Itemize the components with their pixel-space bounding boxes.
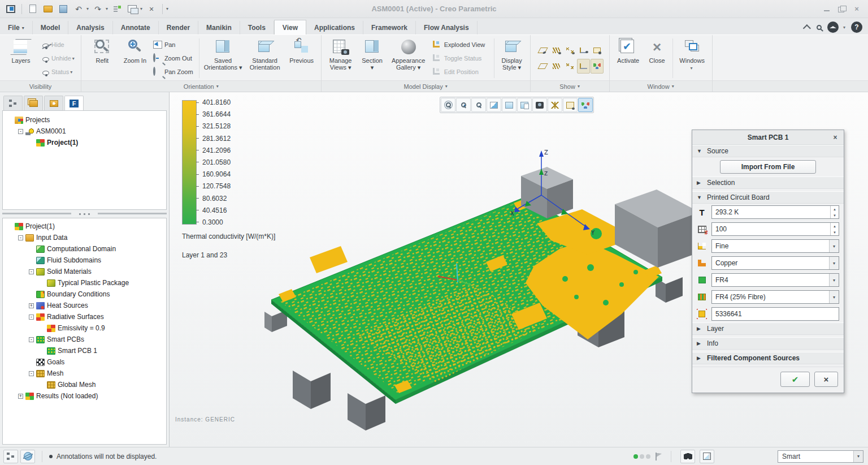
manage-views-button[interactable]: Manage Views ▾ — [325, 37, 357, 80]
mesh-density-dropdown[interactable]: Fine ▾ — [711, 239, 839, 253]
cell-count-field[interactable]: 100 ▲▼ — [711, 222, 839, 236]
show-toggle-button[interactable] — [536, 59, 549, 74]
selection-section-header[interactable]: ▶ Selection — [692, 176, 844, 189]
show-toggle-button[interactable] — [563, 43, 576, 58]
exploded-view-button[interactable]: Exploded View — [431, 39, 490, 50]
show-toggle-button[interactable] — [550, 43, 563, 58]
folder-browser-tab[interactable] — [24, 96, 43, 110]
show-toggle-button[interactable] — [563, 59, 576, 74]
show-toggle-button[interactable] — [591, 59, 604, 74]
tree-item[interactable]: Project(1) — [3, 221, 166, 232]
selection-filter-dropdown[interactable]: Smart ▾ — [778, 450, 863, 463]
ribbon-tab[interactable]: Applications — [306, 21, 363, 35]
layers-button[interactable]: Layers — [3, 37, 38, 80]
tree-expander[interactable]: + — [29, 303, 34, 308]
refit-button[interactable]: Refit — [85, 37, 120, 80]
tree-item[interactable]: Projects — [3, 114, 166, 126]
dropdown-arrow-icon[interactable]: ▾ — [829, 274, 839, 286]
show-toggle-button[interactable] — [577, 43, 590, 58]
unhide-button[interactable]: Unhide▾ — [41, 53, 76, 64]
import-from-file-button[interactable]: Import From File — [720, 160, 816, 174]
pan-button[interactable]: Pan — [151, 39, 195, 50]
unhide-dropdown[interactable]: ▾ — [72, 56, 75, 61]
tree-item[interactable]: Boundary Conditions — [3, 289, 166, 300]
tree-item[interactable]: + Heat Sources — [3, 300, 166, 311]
dialog-header[interactable]: Smart PCB 1 × — [692, 130, 844, 145]
saved-orientations-button[interactable]: Saved Orientations ▾ — [202, 37, 244, 80]
ribbon-tab[interactable]: Tools — [240, 21, 274, 35]
model-tree-tab[interactable] — [3, 96, 23, 110]
appearance-gallery-button[interactable]: Appearance Gallery ▾ — [388, 37, 429, 80]
tree-item[interactable]: - Radiative Surfaces — [3, 311, 166, 322]
conductor-material-dropdown[interactable]: Copper ▾ — [711, 256, 839, 270]
flow-analysis-tab[interactable]: F — [64, 96, 84, 110]
cell-count-value[interactable]: 100 — [712, 225, 830, 233]
status-button[interactable]: Status▾ — [41, 66, 76, 78]
ribbon-tab[interactable]: Model — [33, 21, 69, 35]
dropdown-arrow-icon[interactable]: ▾ — [829, 257, 839, 269]
seed-field[interactable]: 5336641 — [711, 307, 839, 321]
graphics-toolbar-button[interactable] — [487, 98, 501, 112]
cell-count-spinner[interactable]: ▲▼ — [830, 223, 839, 235]
ribbon-tab[interactable]: Flow Analysis — [416, 21, 478, 35]
help-button[interactable]: ? — [851, 21, 862, 33]
temperature-value[interactable]: 293.2 K — [712, 208, 830, 216]
tree-item[interactable]: - ASM0001 — [3, 126, 166, 137]
cancel-button[interactable]: × — [814, 372, 838, 387]
tree-expander[interactable]: - — [18, 129, 23, 134]
dielectric-material-dropdown[interactable]: FR4 ▾ — [711, 273, 839, 287]
command-search-icon[interactable] — [817, 25, 822, 30]
show-group-label[interactable]: Show▾ — [531, 80, 609, 92]
ok-button[interactable]: ✔ — [780, 372, 810, 387]
regenerate-button[interactable] — [111, 3, 123, 15]
visibility-group-label[interactable]: Visibility — [0, 80, 81, 92]
dialog-close-icon[interactable]: × — [830, 132, 840, 143]
graphics-toolbar-button[interactable] — [532, 98, 547, 112]
tree-expander[interactable]: - — [18, 235, 23, 240]
ribbon-tab[interactable]: Framework — [363, 21, 416, 35]
find-button[interactable] — [680, 450, 695, 463]
layer-section-header[interactable]: ▶ Layer — [692, 322, 844, 335]
source-section-header[interactable]: ▼ Source — [692, 145, 844, 157]
graphics-viewport[interactable]: Z Z Y X — [170, 92, 868, 447]
tree-item[interactable]: - Smart PCBs — [3, 334, 166, 345]
learning-connector-button[interactable] — [827, 21, 839, 33]
restore-button[interactable] — [837, 6, 847, 12]
pcb-board[interactable] — [271, 197, 662, 404]
minimize-button[interactable] — [823, 6, 832, 12]
graphics-toolbar-button[interactable] — [502, 98, 517, 112]
graphics-toolbar-button[interactable] — [517, 98, 532, 112]
windows-button[interactable]: Windows ▾ — [676, 37, 709, 80]
tree-item[interactable]: Smart PCB 1 — [3, 345, 166, 356]
filtered-sources-section-header[interactable]: ▶ Filtered Component Sources — [692, 352, 844, 364]
standard-orientation-button[interactable]: Standard Orientation — [245, 37, 285, 80]
zoom-out-button[interactable]: Zoom Out — [151, 53, 195, 64]
tree-item[interactable]: Project(1) — [3, 137, 166, 148]
windows-dropdown[interactable]: ▾ — [691, 65, 693, 72]
show-toggle-button[interactable] — [550, 59, 563, 74]
model-display-group-label[interactable]: Model Display▾ — [322, 80, 530, 92]
pcb-section-header[interactable]: ▼ Printed Circuit Board — [692, 191, 844, 204]
tree-expander[interactable]: - — [29, 269, 34, 274]
tree-item[interactable]: - Solid Materials — [3, 266, 166, 277]
graphics-toolbar-button[interactable] — [548, 98, 562, 112]
undo-dropdown[interactable]: ▾ — [86, 6, 89, 11]
window-group-label[interactable]: Window▾ — [610, 80, 712, 92]
activate-button[interactable]: ✔ Activate — [613, 37, 644, 80]
favorites-tab[interactable] — [44, 96, 63, 110]
redo-dropdown[interactable]: ▾ — [106, 6, 108, 11]
graphics-toolbar-button[interactable] — [441, 98, 455, 112]
board-material-dropdown[interactable]: FR4 (25% Fibre) ▾ — [711, 290, 839, 304]
toggle-browser-button[interactable] — [20, 450, 35, 463]
ribbon-tab[interactable]: File ▾ — [0, 21, 33, 35]
seed-value[interactable]: 5336641 — [715, 310, 742, 318]
tree-item[interactable]: - Input Data — [3, 232, 166, 243]
show-toggle-button[interactable] — [536, 43, 549, 58]
close-window-button[interactable]: × — [145, 3, 158, 15]
toggle-status-button[interactable]: Toggle Status — [431, 53, 490, 64]
graphics-toolbar-button[interactable] — [578, 98, 593, 112]
info-section-header[interactable]: ▶ Info — [692, 337, 844, 350]
tree-item[interactable]: + Results (Not loaded) — [3, 390, 166, 402]
orientation-group-label[interactable]: Orientation▾ — [81, 80, 321, 92]
show-toggle-button[interactable] — [591, 43, 604, 58]
